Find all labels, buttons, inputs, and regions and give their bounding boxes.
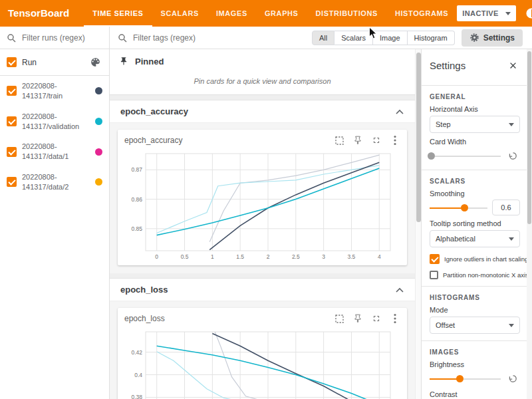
reset-icon[interactable]: [505, 371, 520, 386]
tab-scalars[interactable]: SCALARS: [152, 0, 207, 27]
svg-text:0.42: 0.42: [131, 349, 142, 356]
run-name: 20220808-141317/train: [22, 81, 90, 101]
scrollbar-thumb[interactable]: [416, 53, 421, 222]
tab-graphs[interactable]: GRAPHS: [256, 0, 307, 27]
svg-text:0: 0: [155, 253, 158, 260]
tooltip-sorting-select[interactable]: Alphabetical: [430, 230, 520, 247]
run-row-train[interactable]: 20220808-141317/train: [0, 76, 109, 106]
search-icon: [118, 33, 127, 43]
toolbar-row: All Scalars Image Histogram Settings: [0, 27, 532, 49]
pinned-title: Pinned: [135, 57, 164, 66]
run-checkbox[interactable]: [7, 177, 17, 187]
chevron-down-icon: [509, 123, 514, 126]
section-header-epoch-loss[interactable]: epoch_loss: [110, 279, 415, 301]
chevron-up-icon[interactable]: [395, 108, 404, 115]
pin-icon[interactable]: [352, 135, 363, 146]
scrollbar-thumb[interactable]: [527, 51, 531, 224]
card-width-slider[interactable]: [430, 152, 501, 160]
runs-filter: [0, 27, 110, 49]
smoothing-slider[interactable]: [430, 203, 487, 212]
fit-data-icon[interactable]: [334, 135, 344, 146]
horizontal-axis-select[interactable]: Step: [430, 116, 520, 133]
divider: [422, 340, 532, 341]
filter-all-button[interactable]: All: [312, 31, 334, 45]
reset-icon[interactable]: [505, 148, 520, 163]
fullscreen-icon[interactable]: [371, 135, 382, 146]
tab-histograms[interactable]: HISTOGRAMS: [386, 0, 457, 27]
svg-text:0.87: 0.87: [131, 166, 142, 173]
select-all-runs-checkbox[interactable]: [7, 57, 17, 67]
kebab-menu-icon[interactable]: [390, 313, 400, 324]
run-name: 20220808-141317/validation: [22, 112, 90, 132]
brightness-slider[interactable]: [430, 374, 501, 383]
histogram-mode-select[interactable]: Offset: [430, 317, 520, 334]
fit-data-icon[interactable]: [334, 313, 344, 324]
divider: [422, 170, 532, 170]
run-color-dot: [95, 178, 102, 186]
scalar-card-epoch-loss: epoch_loss 00.511.522.533.540.360.380.40…: [118, 308, 407, 399]
gear-icon: [469, 33, 479, 43]
settings-button[interactable]: Settings: [462, 29, 523, 47]
section-title: epoch_loss: [120, 285, 168, 295]
ignore-outliers-label: Ignore outliers in chart scaling: [444, 255, 528, 263]
reload-status-select[interactable]: INACTIVE: [457, 5, 516, 21]
settings-heading-images: IMAGES: [430, 348, 520, 356]
tags-filter: [110, 27, 312, 49]
tensorboard-app: TensorBoard TIME SERIES SCALARS IMAGES G…: [0, 0, 532, 399]
main-scrollbar[interactable]: [415, 49, 421, 399]
run-row-validation[interactable]: 20220808-141317/validation: [0, 106, 109, 137]
filter-runs-input[interactable]: [21, 33, 102, 43]
run-checkbox[interactable]: [7, 147, 17, 157]
section-gap: [110, 95, 415, 100]
contrast-label: Contrast: [430, 390, 520, 398]
filter-image-button[interactable]: Image: [373, 31, 408, 45]
svg-text:1: 1: [211, 253, 214, 260]
tab-distributions[interactable]: DISTRIBUTIONS: [307, 0, 386, 27]
run-row-data-2[interactable]: 20220808-141317/data/2: [0, 167, 109, 198]
palette-icon[interactable]: [88, 55, 102, 70]
svg-text:0.5: 0.5: [181, 253, 189, 260]
run-color-dot: [95, 87, 102, 94]
run-checkbox[interactable]: [7, 116, 17, 126]
close-icon[interactable]: [505, 58, 520, 72]
chevron-down-icon: [509, 237, 514, 241]
histogram-mode-label: Mode: [430, 306, 520, 314]
cards-zone: epoch_accuracy 00.511.522.533.540.850.86…: [110, 123, 415, 273]
fullscreen-icon[interactable]: [371, 313, 382, 324]
run-checkbox[interactable]: [7, 86, 17, 96]
partition-x-axis-label: Partition non-monotonic X axis: [443, 271, 529, 279]
svg-text:0.4: 0.4: [134, 372, 142, 378]
theme-toggle-icon[interactable]: [524, 6, 532, 21]
section-gap: [110, 273, 415, 279]
epoch-accuracy-chart[interactable]: 00.511.522.533.540.850.860.87: [123, 150, 397, 261]
chevron-down-icon: [505, 12, 511, 15]
kebab-menu-icon[interactable]: [390, 135, 400, 146]
plugin-filter-toggle-group: All Scalars Image Histogram: [312, 27, 455, 49]
divider: [422, 85, 532, 86]
filter-histogram-button[interactable]: Histogram: [408, 31, 455, 45]
partition-x-axis-checkbox[interactable]: [430, 271, 438, 279]
tab-time-series[interactable]: TIME SERIES: [84, 0, 152, 27]
card-header: epoch_loss: [123, 312, 402, 328]
section-header-epoch-accuracy[interactable]: epoch_accuracy: [110, 100, 415, 123]
partition-x-axis-row: Partition non-monotonic X axis i: [430, 271, 520, 279]
tab-images[interactable]: IMAGES: [207, 0, 256, 27]
svg-text:2.5: 2.5: [292, 253, 300, 260]
brightness-label: Brightness: [430, 360, 520, 368]
epoch-loss-chart[interactable]: 00.511.522.533.540.360.380.40.42: [123, 328, 397, 399]
pin-icon[interactable]: [352, 313, 363, 324]
search-icon: [7, 33, 16, 43]
pinned-empty-message: Pin cards for a quick view and compariso…: [110, 73, 415, 95]
divider: [422, 286, 532, 287]
app-logo: TensorBoard: [8, 0, 69, 27]
horizontal-axis-label: Horizontal Axis: [430, 105, 520, 113]
card-width-label: Card Width: [430, 138, 520, 146]
filter-tags-input[interactable]: [132, 33, 304, 43]
chevron-up-icon[interactable]: [395, 287, 404, 293]
section-title: epoch_accuracy: [120, 106, 188, 116]
settings-scrollbar[interactable]: [527, 49, 532, 399]
run-row-data-1[interactable]: 20220808-141317/data/1: [0, 136, 109, 167]
ignore-outliers-checkbox[interactable]: [430, 254, 440, 264]
filter-scalars-button[interactable]: Scalars: [334, 31, 373, 45]
smoothing-value-input[interactable]: [492, 200, 520, 215]
